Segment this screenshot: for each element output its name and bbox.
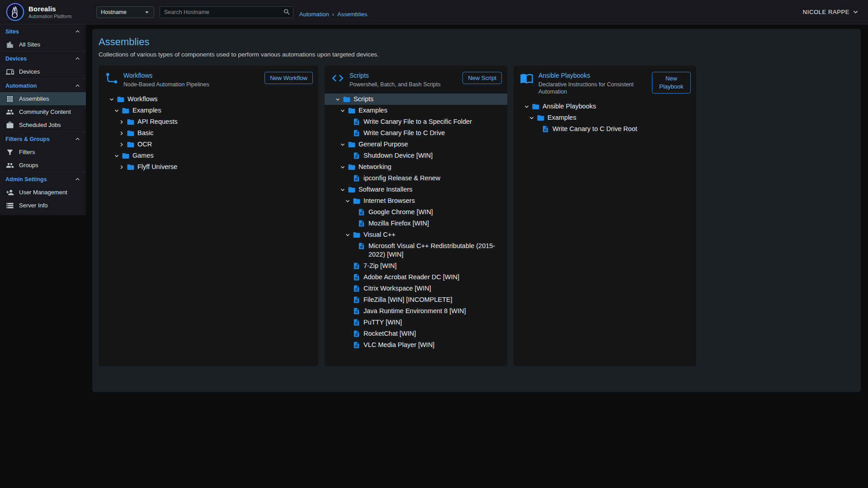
sidebar-section-filters-groups: Filters & GroupsFiltersGroups [0, 131, 86, 172]
chevron-down-icon[interactable] [333, 94, 343, 105]
chevron-down-icon[interactable] [107, 94, 117, 105]
tree-folder-scripts[interactable]: Scripts [325, 94, 507, 105]
tree-file-vlc-media-player-win[interactable]: VLC Media Player [WIN] [325, 339, 507, 351]
file-icon [353, 127, 363, 139]
breadcrumb: Automation › Assemblies [299, 11, 368, 18]
tree-file-citrix-workspace-win[interactable]: Citrix Workspace [WIN] [325, 283, 507, 294]
chevron-right-icon[interactable] [117, 116, 127, 127]
tree-file-rocketchat-win[interactable]: RocketChat [WIN] [325, 328, 507, 339]
new-playbook-button[interactable]: New Playbook [652, 72, 691, 94]
sidebar-item-community-content[interactable]: Community Content [0, 105, 86, 118]
scripts-card: Scripts Powershell, Batch, and Bash Scri… [325, 66, 507, 366]
tree-folder-general-purpose[interactable]: General Purpose [325, 139, 507, 150]
sidebar-section-header-admin-settings[interactable]: Admin Settings [0, 172, 86, 186]
workflow-icon [105, 71, 118, 85]
sidebar-item-assemblies[interactable]: Assemblies [0, 92, 86, 105]
tree-file-adobe-acrobat-reader-dc-win[interactable]: Adobe Acrobat Reader DC [WIN] [325, 272, 507, 283]
chevron-down-icon[interactable] [338, 184, 348, 195]
sidebar-section-header-sites[interactable]: Sites [0, 24, 86, 38]
tree-file-write-canary-file-to-c-drive[interactable]: Write Canary File to C Drive [325, 127, 507, 139]
new-script-button[interactable]: New Script [462, 72, 502, 84]
chevron-down-icon[interactable] [343, 195, 353, 206]
folder-icon [537, 112, 547, 123]
user-menu[interactable]: NICOLE RAPPE [803, 8, 860, 16]
chevron-down-icon[interactable] [112, 105, 122, 116]
chevron-spacer [343, 305, 353, 317]
tree-item-label: Examples [359, 105, 392, 116]
tree-folder-workflows[interactable]: Workflows [99, 94, 318, 105]
sidebar-item-groups[interactable]: Groups [0, 159, 86, 172]
tree-file-google-chrome-win[interactable]: Google Chrome [WIN] [325, 206, 507, 218]
tree-file-shutdown-device-win[interactable]: Shutdown Device [WIN] [325, 150, 507, 161]
tree-item-label: Adobe Acrobat Reader DC [WIN] [363, 272, 464, 283]
tree-item-label: RocketChat [WIN] [363, 328, 420, 339]
tree-file-java-runtime-environment-8-win[interactable]: Java Runtime Environment 8 [WIN] [325, 305, 507, 317]
tree-file-ipconfig-release-renew[interactable]: ipconfig Release & Renew [325, 173, 507, 184]
sidebar-item-filters[interactable]: Filters [0, 145, 86, 159]
chevron-down-icon[interactable] [343, 229, 353, 240]
sidebar-item-scheduled-jobs[interactable]: Scheduled Jobs [0, 118, 86, 131]
tree-folder-ansible-playbooks[interactable]: Ansible Playbooks [514, 101, 696, 112]
chevron-spacer [343, 127, 353, 139]
tree-folder-games[interactable]: Games [99, 150, 318, 161]
sidebar-item-label: Server Info [19, 202, 48, 209]
breadcrumb-assemblies[interactable]: Assemblies [337, 11, 367, 18]
search-input[interactable] [160, 6, 293, 18]
tree-folder-internet-browsers[interactable]: Internet Browsers [325, 195, 507, 206]
briefcase-icon [6, 121, 14, 129]
tree-folder-examples[interactable]: Examples [99, 105, 318, 116]
file-icon [358, 218, 368, 229]
sidebar-section-header-devices[interactable]: Devices [0, 52, 86, 65]
breadcrumb-automation[interactable]: Automation [299, 11, 329, 18]
sidebar-item-user-management[interactable]: User Management [0, 186, 86, 199]
sidebar-item-devices[interactable]: Devices [0, 65, 86, 78]
chevron-down-icon[interactable] [112, 150, 122, 161]
file-icon [353, 260, 363, 272]
tree-file-microsoft-visual-c-redistributable-2015-2022-win[interactable]: Microsoft Visual C++ Redistributable (20… [325, 240, 507, 260]
chevron-down-icon[interactable] [338, 161, 348, 173]
tree-folder-visual-c[interactable]: Visual C++ [325, 229, 507, 240]
folder-icon [122, 150, 132, 161]
tree-folder-examples[interactable]: Examples [514, 112, 696, 123]
chevron-right-icon[interactable] [117, 127, 127, 139]
tree-folder-examples[interactable]: Examples [325, 105, 507, 116]
chevron-right-icon[interactable] [117, 161, 127, 173]
chevron-right-icon[interactable] [117, 139, 127, 150]
tree-folder-ocr[interactable]: OCR [99, 139, 318, 150]
sidebar-item-server-info[interactable]: Server Info [0, 199, 86, 212]
file-icon [542, 123, 552, 135]
tree-file-write-canary-file-to-a-specific-folder[interactable]: Write Canary File to a Specific Folder [325, 116, 507, 127]
tree-file-filezilla-win-incomplete[interactable]: FileZilla [WIN] [INCOMPLETE] [325, 294, 507, 305]
tree-file-mozilla-firefox-win[interactable]: Mozilla Firefox [WIN] [325, 218, 507, 229]
sidebar-section-header-filters-groups[interactable]: Filters & Groups [0, 132, 86, 145]
chevron-up-icon [74, 82, 81, 89]
new-workflow-button[interactable]: New Workflow [264, 72, 313, 84]
chevron-down-icon[interactable] [522, 101, 532, 112]
chevron-down-icon[interactable] [338, 105, 348, 116]
tree-file-write-canary-to-c-drive-root[interactable]: Write Canary to C Drive Root [514, 123, 696, 135]
file-icon [358, 240, 368, 252]
tree-folder-flyff-universe[interactable]: Flyff Universe [99, 161, 318, 173]
chevron-spacer [343, 116, 353, 127]
tree-item-label: Shutdown Device [WIN] [363, 150, 437, 161]
card-title: Ansible Playbooks [538, 72, 647, 79]
sidebar-item-all-sites[interactable]: All Sites [0, 38, 86, 51]
tree-folder-networking[interactable]: Networking [325, 161, 507, 173]
file-icon [353, 294, 363, 305]
sidebar-section-header-automation[interactable]: Automation [0, 79, 86, 92]
tree-folder-basic[interactable]: Basic [99, 127, 318, 139]
search-icon[interactable] [283, 8, 291, 16]
people-icon [6, 108, 14, 116]
tree-item-label: VLC Media Player [WIN] [363, 339, 439, 351]
hostname-select[interactable]: Hostname [96, 6, 154, 18]
tree-file-7-zip-win[interactable]: 7-Zip [WIN] [325, 260, 507, 272]
chevron-up-icon [74, 55, 81, 62]
tree-folder-api-requests[interactable]: API Requests [99, 116, 318, 127]
playbooks-card-titles: Ansible Playbooks Declarative Instructio… [538, 71, 647, 95]
chevron-down-icon[interactable] [338, 139, 348, 150]
tree-item-label: Java Runtime Environment 8 [WIN] [363, 305, 470, 317]
file-icon [353, 305, 363, 317]
tree-folder-software-installers[interactable]: Software Installers [325, 184, 507, 195]
chevron-down-icon[interactable] [527, 112, 537, 123]
tree-file-putty-win[interactable]: PuTTY [WIN] [325, 317, 507, 328]
